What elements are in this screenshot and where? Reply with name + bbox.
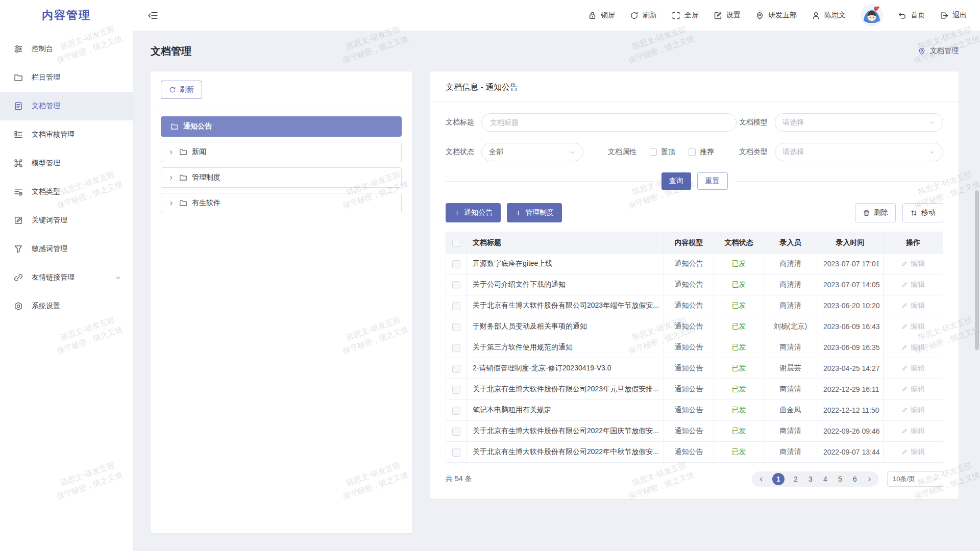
sidebar-item-document-type[interactable]: 文档类型 <box>0 178 133 206</box>
sidebar-item-document-management[interactable]: 文档管理 <box>0 92 133 120</box>
doc-model: 通知公告 <box>664 316 714 337</box>
table-body: 开源数字底座在gitee上线通知公告已发商清清2023-07-07 17:01编… <box>446 254 943 463</box>
edit-button[interactable]: 编辑 <box>901 343 925 352</box>
page-size-select[interactable]: 10条/页 <box>887 471 943 487</box>
edit-button[interactable]: 编辑 <box>901 322 925 331</box>
move-arrows-icon <box>910 209 918 217</box>
table-row: 关于公司介绍文件下载的通知通知公告已发商清清2023-07-07 14:05编辑 <box>446 274 943 295</box>
doc-title-input[interactable] <box>481 113 737 132</box>
doc-title: 关于北京有生博大软件股份有限公司2022年国庆节放假安... <box>467 421 664 442</box>
row-checkbox[interactable] <box>452 428 460 436</box>
doc-status-badge: 已发 <box>714 400 764 421</box>
page-button-4[interactable]: 4 <box>822 475 829 483</box>
fullscreen-icon <box>672 11 680 20</box>
pencil-icon <box>901 323 908 330</box>
category-tree-panel: 刷新 通知公告新闻管理制度有生软件 <box>151 71 412 533</box>
lock-screen-button[interactable]: 锁屏 <box>588 11 615 20</box>
doc-model-select[interactable]: 请选择 <box>775 113 943 132</box>
sidebar-item-system-settings[interactable]: 系统设置 <box>0 292 133 320</box>
edit-button[interactable]: 编辑 <box>901 385 925 394</box>
row-checkbox[interactable] <box>452 281 460 289</box>
prev-page-icon[interactable] <box>758 476 765 483</box>
edit-button[interactable]: 编辑 <box>901 406 925 415</box>
refresh-button[interactable]: 刷新 <box>630 11 657 20</box>
reset-button[interactable]: 重置 <box>697 172 728 190</box>
tree-refresh-button[interactable]: 刷新 <box>161 81 202 99</box>
settings-button[interactable]: 设置 <box>714 11 741 20</box>
row-checkbox[interactable] <box>452 323 460 331</box>
doc-status-badge: 已发 <box>714 274 764 295</box>
tree-node-1[interactable]: 新闻 <box>161 142 402 162</box>
search-button[interactable]: 查询 <box>662 172 691 190</box>
fullscreen-button[interactable]: 全屏 <box>672 11 699 20</box>
checkbox-icon <box>650 148 657 156</box>
doc-operator: 商清清 <box>764 421 817 442</box>
sidebar-item-keyword-management[interactable]: 关键词管理 <box>0 206 133 235</box>
current-user-button[interactable]: 陈思文 <box>812 11 846 20</box>
doc-title: 笔记本电脑租用有关规定 <box>467 400 664 421</box>
doc-status-label: 文档状态 <box>446 147 474 157</box>
select-all-checkbox[interactable] <box>452 239 460 247</box>
next-page-icon[interactable] <box>866 476 873 483</box>
scrollbar-thumb[interactable] <box>975 190 979 350</box>
breadcrumb[interactable]: 文档管理 <box>918 46 959 56</box>
row-checkbox[interactable] <box>452 344 460 352</box>
edit-button[interactable]: 编辑 <box>901 364 925 373</box>
pager: 123456 <box>752 471 879 487</box>
doc-status-badge: 已发 <box>714 442 764 463</box>
page-button-2[interactable]: 2 <box>792 475 799 483</box>
add-notice-button[interactable]: 通知公告 <box>446 203 501 222</box>
sidebar-item-model-management[interactable]: 模型管理 <box>0 149 133 178</box>
row-checkbox[interactable] <box>452 365 460 373</box>
edit-button[interactable]: 编辑 <box>901 447 925 457</box>
add-regulation-button[interactable]: 管理制度 <box>507 203 562 222</box>
doc-operator: 刘杨(北京) <box>764 316 817 337</box>
attr-top-checkbox[interactable]: 置顶 <box>650 147 675 157</box>
sidebar-item-document-audit[interactable]: 文档审核管理 <box>0 120 133 149</box>
row-checkbox[interactable] <box>452 302 460 310</box>
user-avatar[interactable] <box>861 4 883 27</box>
undo-icon <box>898 11 906 20</box>
edit-button[interactable]: 编辑 <box>901 259 925 268</box>
divider <box>151 108 412 108</box>
move-button[interactable]: 移动 <box>902 203 943 222</box>
doc-entry-time: 2022-09-26 09:46 <box>817 421 884 442</box>
sidebar-item-console[interactable]: 控制台 <box>0 35 133 63</box>
content-area: 文档管理 文档管理 刷新 通知公告新闻管理制度有生软件 文档信息 - 通知公告 <box>133 31 980 551</box>
edit-button[interactable]: 编辑 <box>901 301 925 310</box>
table-header-row: 文档标题 内容模型 文档状态 录入员 录入时间 操作 <box>446 232 943 254</box>
edit-button[interactable]: 编辑 <box>901 427 925 436</box>
tree-node-2[interactable]: 管理制度 <box>161 167 402 188</box>
attr-recommend-checkbox[interactable]: 推荐 <box>689 147 714 157</box>
sidebar-collapse-icon[interactable] <box>148 11 158 20</box>
row-checkbox[interactable] <box>452 260 460 268</box>
home-button[interactable]: 首页 <box>898 11 925 20</box>
doc-title-label: 文档标题 <box>446 118 474 127</box>
logout-button[interactable]: 退出 <box>940 11 967 20</box>
department-button[interactable]: 研发五部 <box>755 11 797 20</box>
doc-operator: 商清清 <box>764 274 817 295</box>
page-button-3[interactable]: 3 <box>807 475 814 483</box>
tree-node-0[interactable]: 通知公告 <box>161 116 402 137</box>
doc-status-select[interactable]: 全部 <box>481 143 583 161</box>
row-checkbox[interactable] <box>452 448 460 457</box>
page-button-1[interactable]: 1 <box>772 473 785 485</box>
doc-status-badge: 已发 <box>714 421 764 442</box>
sidebar-item-column-management[interactable]: 栏目管理 <box>0 63 133 92</box>
sidebar-item-friend-link[interactable]: 友情链接管理 <box>0 263 133 292</box>
sidebar-item-sensitive-word[interactable]: 敏感词管理 <box>0 235 133 263</box>
page-button-6[interactable]: 6 <box>851 475 859 483</box>
topbar-actions: 锁屏刷新全屏设置研发五部陈思文 首页 退出 <box>588 4 967 27</box>
chevron-right-icon <box>168 200 175 207</box>
folder-icon <box>179 148 187 156</box>
edit-button[interactable]: 编辑 <box>901 280 925 289</box>
sidebar: 内容管理 控制台栏目管理文档管理文档审核管理模型管理文档类型关键词管理敏感词管理… <box>0 0 133 551</box>
doc-type-select[interactable]: 请选择 <box>775 143 943 161</box>
pagination: 共 54 条 123456 10条/页 <box>430 463 959 495</box>
row-checkbox[interactable] <box>452 407 460 415</box>
row-checkbox[interactable] <box>452 386 460 394</box>
delete-button[interactable]: 删除 <box>855 203 896 222</box>
tree-node-3[interactable]: 有生软件 <box>161 193 402 213</box>
table-row: 开源数字底座在gitee上线通知公告已发商清清2023-07-07 17:01编… <box>446 254 943 274</box>
page-button-5[interactable]: 5 <box>837 475 844 483</box>
